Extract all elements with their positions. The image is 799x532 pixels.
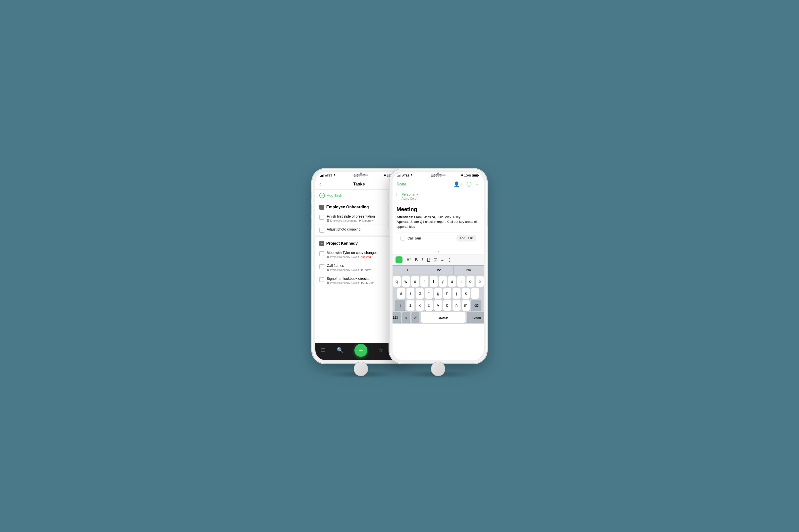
- key-x[interactable]: x: [416, 300, 424, 311]
- wifi-icon-1: ⇡: [333, 174, 335, 177]
- vol-down-btn-2[interactable]: [388, 218, 390, 229]
- task-due-3: Aug 2nd: [361, 255, 371, 259]
- detail-actions: 👤+ ⓘ ···: [453, 181, 480, 188]
- more-menu-2[interactable]: ···: [476, 182, 480, 187]
- tab-list[interactable]: ☰: [321, 347, 326, 354]
- vol-up-btn[interactable]: [311, 204, 312, 215]
- new-task-checkbox[interactable]: [401, 236, 405, 241]
- vol-up-btn-2[interactable]: [388, 204, 390, 215]
- format-toolbar: + A≡ B I U ☑ ≡ ⋮: [392, 254, 484, 265]
- key-i[interactable]: i: [457, 276, 465, 287]
- key-n[interactable]: n: [452, 300, 461, 311]
- agenda-label: Agenda:: [396, 220, 410, 224]
- key-q[interactable]: q: [393, 276, 401, 287]
- detail-nav-bar: Done 👤+ ⓘ ···: [392, 179, 484, 190]
- vol-down-btn[interactable]: [311, 218, 312, 229]
- project-icon-1: ≡: [327, 219, 329, 222]
- key-l[interactable]: l: [471, 288, 479, 299]
- keyboard-row-2: a s d f g h j k l: [393, 288, 483, 299]
- format-more-icon[interactable]: ⋮: [448, 258, 451, 262]
- autocomplete-bar: I The I'm: [392, 265, 484, 275]
- key-r[interactable]: r: [421, 276, 428, 287]
- tab-favorites[interactable]: ☆: [378, 347, 383, 354]
- task-input-field[interactable]: Call Jam: [407, 236, 454, 240]
- key-p[interactable]: p: [476, 276, 484, 287]
- task-checkbox-2[interactable]: [319, 228, 324, 233]
- key-space[interactable]: space: [421, 312, 465, 323]
- collapse-arrow[interactable]: ⌄: [392, 246, 484, 254]
- task-checkbox-4[interactable]: [319, 264, 324, 269]
- done-button[interactable]: Done: [396, 182, 407, 187]
- autocomplete-i[interactable]: I: [392, 266, 423, 274]
- mute-btn[interactable]: [311, 191, 312, 199]
- project-company: Acme Corp: [402, 197, 480, 201]
- key-f[interactable]: f: [425, 288, 433, 299]
- format-underline-icon[interactable]: U: [427, 258, 430, 262]
- task-due-4: Today: [361, 268, 371, 271]
- autocomplete-im[interactable]: I'm: [453, 266, 484, 274]
- key-g[interactable]: g: [434, 288, 442, 299]
- task-checkbox-3[interactable]: [319, 251, 324, 256]
- back-button[interactable]: ‹: [319, 181, 321, 188]
- format-bold-icon[interactable]: B: [415, 258, 418, 262]
- project-selector-top[interactable]: Personal ▾: [396, 192, 480, 196]
- section-2-title: Project Kennedy: [326, 241, 394, 246]
- tab-add-button[interactable]: +: [354, 344, 367, 357]
- status-left-2: AT&T ⇡: [397, 174, 413, 177]
- key-y[interactable]: y: [439, 276, 447, 287]
- task-input-row: Call Jam Add Task: [396, 232, 480, 244]
- format-checklist-icon[interactable]: ☑: [434, 258, 437, 262]
- key-a[interactable]: a: [397, 288, 405, 299]
- key-h[interactable]: h: [443, 288, 451, 299]
- wifi-icon-2: ⇡: [410, 174, 413, 177]
- tab-search[interactable]: 🔍: [337, 347, 343, 354]
- task-project-5: ≡ Project Kennedy Kickoff: [327, 281, 359, 284]
- section-1-title: Employee Onboarding: [326, 205, 394, 209]
- task-add-button[interactable]: Add Task: [457, 235, 476, 242]
- format-plus-button[interactable]: +: [395, 256, 403, 263]
- status-left-1: AT&T ⇡: [320, 174, 335, 177]
- key-v[interactable]: v: [434, 300, 442, 311]
- format-italic-icon[interactable]: I: [422, 258, 423, 262]
- project-checkbox[interactable]: [396, 193, 400, 196]
- tab-search-icon: 🔍: [337, 347, 343, 354]
- section-1-icon: [319, 205, 324, 210]
- task-checkbox-5[interactable]: [319, 277, 324, 282]
- project-chevron-icon[interactable]: ▾: [417, 193, 418, 196]
- key-123[interactable]: 123: [392, 312, 401, 323]
- bluetooth-icon-1: ✱: [384, 174, 386, 177]
- key-w[interactable]: w: [402, 276, 410, 287]
- key-emoji[interactable]: ☺: [402, 312, 410, 323]
- format-list-icon[interactable]: ≡: [441, 258, 443, 262]
- key-d[interactable]: d: [416, 288, 424, 299]
- add-person-icon[interactable]: 👤+: [453, 181, 463, 187]
- mute-btn-2[interactable]: [388, 191, 390, 199]
- project-selector: Personal ▾ Acme Corp: [392, 190, 484, 203]
- key-k[interactable]: k: [462, 288, 470, 299]
- key-o[interactable]: o: [466, 276, 475, 287]
- power-btn-2[interactable]: [487, 209, 488, 226]
- signal-bars-1: [320, 174, 324, 177]
- key-backspace[interactable]: ⌫: [471, 300, 481, 311]
- project-name: Personal: [402, 192, 415, 196]
- key-m[interactable]: m: [462, 300, 470, 311]
- autocomplete-the[interactable]: The: [423, 266, 453, 274]
- key-t[interactable]: t: [430, 276, 438, 287]
- key-b[interactable]: b: [443, 300, 451, 311]
- key-c[interactable]: c: [425, 300, 433, 311]
- key-return[interactable]: return: [467, 312, 484, 323]
- key-j[interactable]: j: [452, 288, 461, 299]
- key-mic[interactable]: 🎤: [411, 312, 420, 323]
- key-u[interactable]: u: [448, 276, 456, 287]
- key-z[interactable]: z: [407, 300, 414, 311]
- info-icon[interactable]: ⓘ: [466, 181, 471, 188]
- key-shift[interactable]: ⇧: [395, 300, 405, 311]
- home-button-1[interactable]: [354, 362, 368, 376]
- key-e[interactable]: e: [411, 276, 419, 287]
- key-s[interactable]: s: [407, 288, 414, 299]
- home-button-2[interactable]: [431, 362, 445, 376]
- task-checkbox-1[interactable]: [319, 215, 324, 220]
- battery-icon-2: [472, 174, 479, 177]
- format-text-size-icon[interactable]: A≡: [407, 258, 411, 263]
- keyboard-row-4: 123 ☺ 🎤 space return: [393, 312, 483, 323]
